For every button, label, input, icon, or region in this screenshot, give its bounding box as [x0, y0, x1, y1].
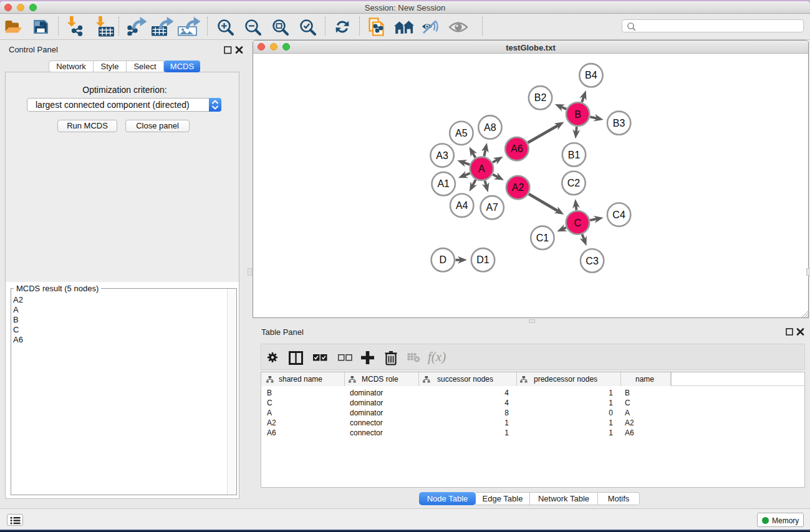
svg-text:A4: A4: [456, 200, 468, 211]
svg-text:D: D: [440, 254, 447, 265]
svg-text:D1: D1: [476, 254, 489, 265]
svg-text:A: A: [478, 163, 485, 174]
svg-text:B2: B2: [534, 92, 547, 103]
svg-text:A6: A6: [511, 143, 523, 154]
svg-text:A3: A3: [436, 150, 448, 161]
svg-text:B: B: [574, 109, 581, 120]
svg-text:B1: B1: [568, 150, 581, 160]
svg-text:A8: A8: [484, 122, 496, 133]
svg-text:A1: A1: [437, 178, 450, 189]
svg-text:C4: C4: [612, 210, 625, 220]
svg-text:A7: A7: [486, 202, 498, 213]
svg-text:A2: A2: [512, 182, 524, 193]
svg-text:B4: B4: [585, 70, 597, 80]
svg-text:C: C: [574, 218, 582, 228]
svg-text:C1: C1: [536, 233, 549, 243]
svg-text:B3: B3: [613, 118, 625, 128]
svg-text:A5: A5: [455, 128, 468, 138]
svg-text:C3: C3: [586, 256, 599, 266]
svg-text:C2: C2: [567, 178, 581, 188]
